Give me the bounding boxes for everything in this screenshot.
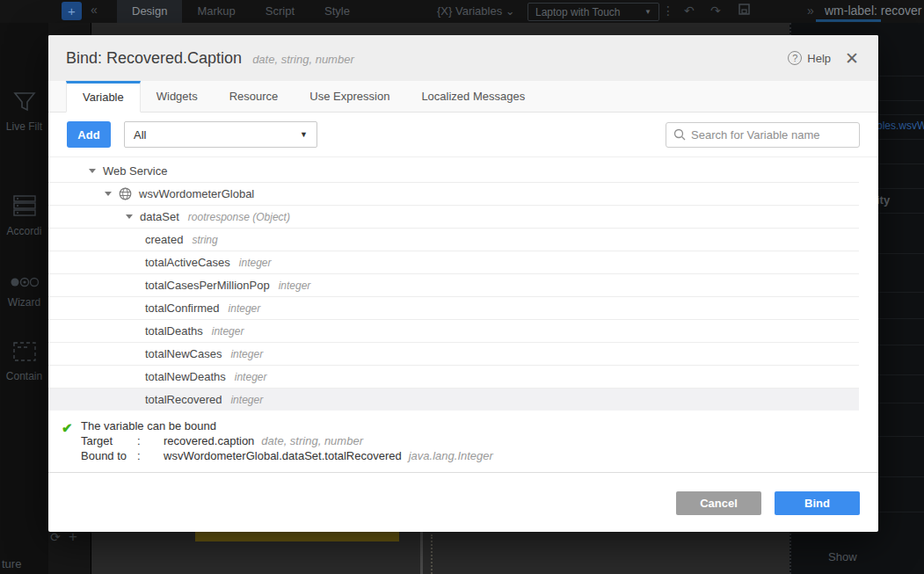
tab-variable[interactable]: Variable bbox=[66, 81, 141, 113]
save-icon[interactable] bbox=[738, 4, 750, 18]
tree-node-label: totalNewCases bbox=[145, 347, 222, 360]
more-options-icon[interactable]: ⋮ bbox=[662, 4, 674, 18]
caret-down-icon[interactable] bbox=[105, 192, 112, 196]
redo-icon[interactable]: ↷ bbox=[710, 4, 721, 18]
web-service-icon bbox=[119, 187, 132, 200]
canvas-divider bbox=[420, 532, 423, 574]
sidebar-item-label: Contain bbox=[6, 370, 42, 382]
status-message: The variable can be bound bbox=[81, 418, 861, 433]
filter-selected-value: All bbox=[134, 128, 146, 142]
check-icon: ✔ bbox=[62, 420, 73, 436]
search-icon bbox=[673, 128, 686, 141]
caret-down-icon[interactable] bbox=[89, 169, 96, 173]
tree-node-type: integer bbox=[230, 394, 263, 406]
canvas-selection-dots bbox=[431, 534, 433, 574]
dialog-subtitle: date, string, number bbox=[252, 50, 354, 66]
tab-markup[interactable]: Markup bbox=[182, 0, 250, 23]
caret-down-icon[interactable] bbox=[126, 214, 133, 219]
undo-icon[interactable]: ↶ bbox=[684, 4, 695, 18]
tree-row[interactable]: totalRecovered integer bbox=[48, 389, 859, 411]
tree-node-type: string bbox=[192, 234, 217, 246]
bound-to-value: wsvWordometerGlobal.dataSet.totalRecover… bbox=[164, 448, 402, 463]
variables-menu[interactable]: {X} Variables ⌄ bbox=[437, 4, 515, 18]
collapse-panel-icon[interactable]: « bbox=[91, 3, 98, 17]
cancel-button[interactable]: Cancel bbox=[676, 491, 761, 515]
status-target-row: Target : recovered.caption date, string,… bbox=[81, 433, 861, 448]
sidebar-item-live-filter[interactable]: Live Filt bbox=[0, 91, 48, 133]
tree-node-type: integer bbox=[235, 371, 267, 383]
tree-row[interactable]: totalCasesPerMillionPop integer bbox=[48, 274, 859, 297]
dialog-footer: Cancel Bind bbox=[48, 472, 878, 532]
tab-resource[interactable]: Resource bbox=[214, 81, 295, 112]
tree-row[interactable]: totalNewCases integer bbox=[48, 343, 859, 366]
sidebar-item-label: Wizard bbox=[8, 296, 40, 309]
wizard-steps-icon bbox=[0, 276, 48, 291]
tree-node-type: integer bbox=[230, 348, 263, 360]
chevron-down-icon: ▼ bbox=[644, 8, 651, 16]
tree-node-label: totalActiveCases bbox=[145, 256, 230, 269]
device-selector[interactable]: Laptop with Touch ▼ bbox=[527, 3, 659, 21]
target-label: Target bbox=[81, 433, 137, 448]
editor-mode-tabs: Design Markup Script Style bbox=[117, 0, 365, 23]
tab-design[interactable]: Design bbox=[117, 0, 182, 23]
search-input[interactable] bbox=[691, 128, 852, 142]
sidebar-item-wizard[interactable]: Wizard bbox=[0, 276, 48, 309]
variable-tree: Web Service wsvWordometerGlobal dataSet bbox=[48, 156, 878, 411]
target-value: recovered.caption bbox=[164, 433, 254, 448]
binding-value-fragment[interactable]: bles.wsvW bbox=[877, 120, 924, 132]
tree-node-label: totalRecovered bbox=[145, 393, 222, 406]
tab-widgets[interactable]: Widgets bbox=[141, 81, 214, 112]
tree-node-type: integer bbox=[239, 257, 272, 269]
target-type: date, string, number bbox=[261, 433, 363, 448]
refresh-icon[interactable]: ⟳ bbox=[50, 530, 61, 544]
add-button[interactable]: Add bbox=[67, 121, 111, 148]
help-button[interactable]: ? Help bbox=[788, 51, 831, 65]
variable-searchbox bbox=[666, 122, 860, 148]
tree-row[interactable]: totalActiveCases integer bbox=[48, 251, 859, 274]
target-colon: : bbox=[137, 433, 164, 448]
close-icon[interactable]: ✕ bbox=[843, 48, 861, 69]
tree-row[interactable]: totalDeaths integer bbox=[48, 320, 859, 343]
tree-node-label: wsvWordometerGlobal bbox=[139, 187, 254, 200]
dropdown-caret-icon: ▼ bbox=[300, 130, 308, 139]
bind-button[interactable]: Bind bbox=[775, 491, 860, 515]
tree-row[interactable]: created string bbox=[48, 229, 859, 251]
tab-use-expression[interactable]: Use Expression bbox=[294, 81, 405, 112]
expand-right-icon[interactable]: » bbox=[807, 4, 814, 18]
status-bound-row: Bound to : wsvWordometerGlobal.dataSet.t… bbox=[81, 448, 861, 463]
tree-node-label: totalCasesPerMillionPop bbox=[145, 279, 270, 292]
help-label: Help bbox=[807, 52, 831, 65]
tab-style[interactable]: Style bbox=[309, 0, 365, 23]
dialog-tabbar: Variable Widgets Resource Use Expression… bbox=[48, 81, 878, 113]
variable-filter-dropdown[interactable]: All ▼ bbox=[124, 121, 317, 148]
sidebar-item-accordion[interactable]: Accordi bbox=[0, 194, 48, 237]
help-icon: ? bbox=[788, 51, 802, 65]
bound-to-colon: : bbox=[137, 448, 164, 463]
tree-row[interactable]: totalConfirmed integer bbox=[48, 297, 859, 320]
dialog-toolbar: Add All ▼ bbox=[48, 113, 878, 156]
add-widget-button[interactable]: + bbox=[62, 2, 82, 20]
tree-row[interactable]: dataSet rootresponse (Object) bbox=[48, 206, 859, 229]
tree-node-type: integer bbox=[212, 325, 244, 338]
tree-node-type: integer bbox=[229, 302, 261, 315]
tab-script[interactable]: Script bbox=[251, 0, 309, 23]
accordion-icon bbox=[0, 194, 48, 220]
device-selector-value: Laptop with Touch bbox=[535, 6, 621, 18]
container-icon bbox=[0, 341, 48, 365]
tree-node-label: totalDeaths bbox=[145, 324, 203, 338]
tree-node-type: rootresponse (Object) bbox=[188, 211, 290, 223]
tree-row[interactable]: totalNewDeaths integer bbox=[48, 366, 859, 389]
studio-topbar: + « Design Markup Script Style {X} Varia… bbox=[0, 0, 924, 23]
tab-localized-messages[interactable]: Localized Messages bbox=[405, 81, 541, 112]
widget-palette-sidebar: Live Filt Accordi Wizard Contain t bbox=[0, 23, 48, 574]
tree-node-label: Web Service bbox=[103, 164, 167, 178]
tree-node-label: dataSet bbox=[140, 210, 179, 223]
app-stage: + « Design Markup Script Style {X} Varia… bbox=[0, 0, 924, 574]
tree-row[interactable]: Web Service bbox=[48, 160, 859, 183]
active-panel-underline bbox=[816, 19, 881, 22]
tree-node-label: totalConfirmed bbox=[145, 302, 220, 315]
sidebar-item-container[interactable]: Contain bbox=[0, 341, 48, 382]
tree-row[interactable]: wsvWordometerGlobal bbox=[48, 183, 859, 206]
dialog-header: Bind: Recovered.Caption date, string, nu… bbox=[48, 35, 878, 81]
tree-node-label: created bbox=[145, 233, 183, 246]
